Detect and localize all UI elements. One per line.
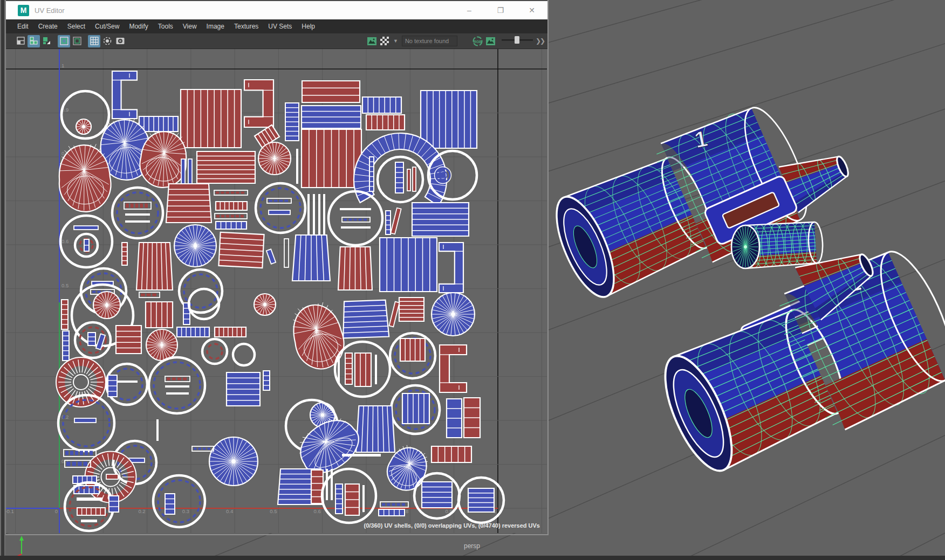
maximize-button[interactable]: ❐: [485, 6, 516, 15]
menu-select[interactable]: Select: [63, 23, 90, 30]
uv-shell[interactable]: [402, 393, 429, 424]
uv-shell[interactable]: [139, 116, 178, 132]
uv-shell[interactable]: [61, 300, 68, 329]
uv-shell[interactable]: [422, 482, 452, 508]
uv-shell[interactable]: [146, 329, 177, 361]
layout-split-icon[interactable]: [15, 35, 27, 47]
texture-search-field[interactable]: No texture found: [402, 36, 457, 46]
uv-shell[interactable]: [313, 194, 315, 234]
uv-shell[interactable]: [468, 488, 494, 512]
uv-shell[interactable]: [338, 247, 372, 290]
uv-shell[interactable]: [93, 292, 120, 319]
uv-shell[interactable]: [323, 194, 325, 234]
uv-shell[interactable]: [77, 508, 105, 515]
uv-shell[interactable]: [109, 496, 119, 512]
uv-shell[interactable]: [122, 243, 127, 265]
uv-shell[interactable]: [81, 520, 97, 522]
uv-shell[interactable]: [302, 129, 361, 188]
image-icon[interactable]: [366, 35, 378, 47]
uv-shell[interactable]: [254, 294, 276, 315]
uv-shell[interactable]: [375, 355, 377, 384]
uv-shell[interactable]: [181, 159, 185, 184]
menu-textures[interactable]: Textures: [229, 23, 263, 30]
uv-shell[interactable]: [218, 232, 264, 268]
uv-shell[interactable]: [216, 222, 246, 229]
uv-shell[interactable]: [106, 474, 118, 479]
uv-shell[interactable]: [263, 371, 270, 390]
uv-shell[interactable]: [215, 327, 246, 337]
menu-cutsew[interactable]: Cut/Sew: [90, 23, 124, 30]
menu-edit[interactable]: Edit: [12, 23, 33, 30]
menu-create[interactable]: Create: [33, 23, 63, 30]
dashed-circle-icon[interactable]: [101, 35, 113, 47]
uv-shell[interactable]: [227, 372, 260, 406]
uv-shell[interactable]: [413, 167, 416, 191]
uv-shell[interactable]: [340, 208, 371, 210]
uv-shell[interactable]: [156, 419, 159, 441]
uv-shell[interactable]: [395, 162, 403, 193]
uv-shell[interactable]: [258, 142, 291, 175]
uv-shell[interactable]: [285, 103, 299, 141]
tile-triangle-icon[interactable]: [40, 35, 53, 47]
minimize-button[interactable]: –: [454, 6, 485, 15]
uv-shell[interactable]: [146, 302, 173, 328]
uv-shell[interactable]: [177, 327, 209, 337]
uv-shell[interactable]: [165, 494, 175, 514]
uv-shell[interactable]: [136, 243, 173, 290]
uv-shell[interactable]: [355, 353, 371, 386]
uv-shell[interactable]: [464, 398, 480, 438]
menu-modify[interactable]: Modify: [124, 23, 153, 30]
uv-shell[interactable]: [447, 399, 462, 438]
uv-shell[interactable]: [302, 106, 361, 128]
double-chevron-icon[interactable]: ❯❯: [536, 37, 544, 45]
rgb-channel-icon[interactable]: RGB: [471, 35, 484, 47]
exposure-slider[interactable]: [502, 36, 533, 46]
uv-shell[interactable]: [362, 485, 365, 512]
uv-shell[interactable]: [338, 356, 340, 383]
menu-tools[interactable]: Tools: [153, 23, 178, 30]
border-dim-icon[interactable]: [71, 35, 83, 47]
tiles-green-icon[interactable]: [28, 35, 40, 47]
uv-shell[interactable]: [216, 202, 247, 210]
border-select-icon[interactable]: [58, 35, 70, 47]
uv-shell[interactable]: [345, 484, 359, 515]
focus-wheel[interactable]: [731, 225, 759, 268]
uv-shell[interactable]: [342, 300, 389, 338]
title-bar[interactable]: M UV Editor – ❐ ✕: [6, 0, 547, 19]
uv-shell[interactable]: [116, 381, 138, 383]
snapshot-icon[interactable]: [114, 35, 126, 47]
uv-shell[interactable]: [302, 81, 360, 102]
uv-canvas[interactable]: 10.90.80.70.60.50.40.30.20.1-0.100.10.20…: [6, 49, 547, 533]
uv-shell[interactable]: [108, 375, 117, 397]
uv-shell[interactable]: [76, 119, 91, 134]
close-button[interactable]: ✕: [516, 6, 547, 15]
uv-shell[interactable]: [341, 226, 371, 229]
caret-down-icon[interactable]: ▼: [393, 38, 398, 44]
uv-shell[interactable]: [369, 157, 374, 191]
uv-shell[interactable]: [412, 203, 469, 236]
menu-help[interactable]: Help: [297, 23, 320, 30]
uv-shell[interactable]: [345, 353, 352, 384]
uv-shell[interactable]: [174, 225, 216, 267]
uv-shell[interactable]: [386, 211, 391, 234]
uv-shell[interactable]: [63, 331, 69, 361]
uv-shell[interactable]: [335, 484, 343, 514]
uv-shell[interactable]: [165, 385, 189, 388]
uv-shell[interactable]: [188, 159, 192, 184]
uv-shell[interactable]: [407, 169, 410, 191]
grid-icon[interactable]: [88, 35, 100, 47]
uv-shell[interactable]: [77, 497, 102, 501]
uv-shell[interactable]: [400, 338, 425, 361]
uv-shell[interactable]: [84, 239, 89, 251]
uv-shell[interactable]: [74, 486, 99, 494]
uv-shell[interactable]: [125, 220, 150, 223]
uv-shell[interactable]: [166, 184, 211, 223]
checker-icon[interactable]: [379, 35, 391, 47]
uv-shell[interactable]: [88, 333, 95, 345]
uv-shell[interactable]: [366, 115, 405, 130]
uv-shell[interactable]: [181, 89, 241, 148]
uv-shell[interactable]: [125, 213, 150, 216]
uv-shell[interactable]: [74, 418, 96, 423]
uv-shell[interactable]: [399, 298, 424, 321]
uv-shell[interactable]: [269, 210, 290, 215]
